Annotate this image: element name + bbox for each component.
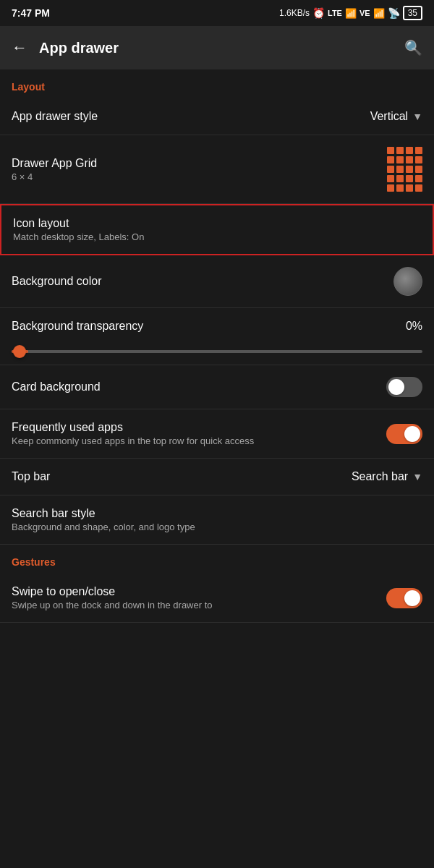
- settings-item-swipe-to-open[interactable]: Swipe to open/close Swipe up on the dock…: [0, 574, 434, 623]
- settings-item-top-bar[interactable]: Top bar Search bar ▼: [0, 459, 434, 495]
- settings-item-search-bar-style[interactable]: Search bar style Background and shape, c…: [0, 495, 434, 545]
- frequently-used-apps-subtitle: Keep commonly used apps in the top row f…: [12, 435, 386, 446]
- slider-thumb[interactable]: [13, 345, 26, 358]
- status-time: 7:47 PM: [12, 7, 50, 19]
- transparency-value: 0%: [406, 320, 422, 333]
- frequently-used-apps-toggle[interactable]: [386, 424, 422, 444]
- content-area: Layout App drawer style Vertical ▼ Drawe…: [0, 69, 434, 868]
- background-color-title: Background color: [12, 275, 393, 288]
- status-bar: 7:47 PM 1.6KB/s ⏰ LTE 📶 VE 📶 📡 35: [0, 0, 434, 26]
- icon-layout-title: Icon layout: [13, 217, 421, 230]
- back-button[interactable]: ←: [12, 38, 27, 57]
- signal-bars-2: 📶: [373, 8, 385, 19]
- top-bar-value[interactable]: Search bar ▼: [352, 470, 422, 483]
- settings-item-background-transparency[interactable]: Background transparency 0%: [0, 308, 434, 344]
- frequently-used-apps-title: Frequently used apps: [12, 421, 386, 434]
- header: ← App drawer 🔍: [0, 26, 434, 69]
- toggle-thumb-3: [404, 590, 420, 606]
- swipe-to-open-toggle[interactable]: [386, 588, 422, 608]
- icon-layout-subtitle: Match desktop size, Labels: On: [13, 231, 421, 242]
- card-background-toggle[interactable]: [386, 377, 422, 397]
- settings-item-app-drawer-style[interactable]: App drawer style Vertical ▼: [0, 98, 434, 135]
- chevron-down-icon: ▼: [412, 111, 422, 122]
- battery-indicator: 35: [403, 6, 422, 20]
- header-left: ← App drawer: [12, 38, 119, 57]
- settings-item-icon-layout[interactable]: Icon layout Match desktop size, Labels: …: [0, 204, 434, 255]
- app-drawer-style-value[interactable]: Vertical ▼: [370, 110, 422, 123]
- search-button[interactable]: 🔍: [404, 39, 422, 56]
- lte2-icon: VE: [359, 9, 370, 17]
- swipe-to-open-subtitle: Swipe up on the dock and down in the dra…: [12, 600, 386, 610]
- top-bar-chevron-icon: ▼: [412, 471, 422, 482]
- settings-item-drawer-app-grid[interactable]: Drawer App Grid 6 × 4: [0, 135, 434, 204]
- drawer-app-grid-title: Drawer App Grid: [12, 157, 387, 170]
- slider-track[interactable]: [12, 350, 422, 353]
- section-header-gestures: Gestures: [0, 545, 434, 574]
- transparency-slider-container[interactable]: [0, 344, 434, 365]
- status-icons: 1.6KB/s ⏰ LTE 📶 VE 📶 📡 35: [279, 6, 422, 20]
- card-background-title: Card background: [12, 380, 386, 393]
- network-speed: 1.6KB/s: [279, 8, 310, 18]
- alarm-icon: ⏰: [312, 7, 325, 19]
- search-bar-style-subtitle: Background and shape, color, and logo ty…: [12, 522, 422, 532]
- color-picker[interactable]: [393, 267, 422, 296]
- drawer-app-grid-subtitle: 6 × 4: [12, 171, 387, 182]
- swipe-to-open-title: Swipe to open/close: [12, 585, 386, 598]
- wifi-icon: 📡: [388, 7, 400, 19]
- settings-item-card-background[interactable]: Card background: [0, 365, 434, 409]
- settings-item-frequently-used-apps[interactable]: Frequently used apps Keep commonly used …: [0, 409, 434, 459]
- page-title: App drawer: [39, 40, 119, 56]
- lte-icon: LTE: [328, 9, 342, 17]
- background-transparency-title: Background transparency: [12, 320, 406, 333]
- top-bar-selected: Search bar: [352, 470, 408, 483]
- signal-bars-1: 📶: [345, 8, 357, 19]
- settings-item-background-color[interactable]: Background color: [0, 255, 434, 308]
- app-drawer-style-title: App drawer style: [12, 110, 370, 123]
- search-bar-style-title: Search bar style: [12, 507, 422, 520]
- toggle-thumb: [388, 379, 404, 395]
- top-bar-title: Top bar: [12, 470, 352, 483]
- grid-icon: [387, 147, 422, 192]
- toggle-thumb-2: [404, 426, 420, 442]
- section-header-layout: Layout: [0, 69, 434, 98]
